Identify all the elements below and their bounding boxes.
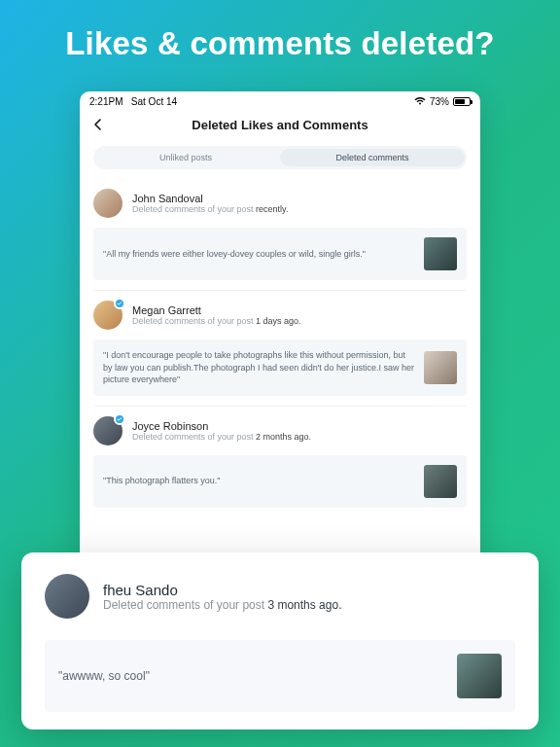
feature-subtitle: Deleted comments of your post 3 months a… — [103, 598, 341, 612]
wifi-icon — [414, 96, 426, 107]
comment-box: "I don't encourage people to take photog… — [93, 339, 467, 396]
list-item-header: Megan Garrett Deleted comments of your p… — [93, 301, 467, 330]
subtitle-time: 3 months ago. — [267, 598, 341, 612]
battery-percent: 73% — [430, 96, 449, 107]
avatar — [93, 416, 122, 445]
list-item-subtitle: Deleted comments of your post 2 months a… — [132, 432, 311, 442]
post-thumbnail[interactable] — [424, 351, 457, 384]
device-frame: 2:21PM Sat Oct 14 73% Deleted Likes and … — [80, 91, 480, 576]
comments-list: John Sandoval Deleted comments of your p… — [80, 179, 480, 517]
list-item-subtitle: Deleted comments of your post recently. — [132, 204, 288, 214]
avatar — [45, 574, 89, 619]
verified-badge-icon — [114, 298, 125, 309]
subtitle-time: 1 days ago. — [256, 316, 301, 326]
avatar — [93, 301, 122, 330]
page-title: Deleted Likes and Comments — [80, 118, 480, 132]
list-item-meta: John Sandoval Deleted comments of your p… — [132, 193, 288, 214]
comment-text: "All my friends were either lovey-dovey … — [103, 248, 414, 261]
tab-bar: Unliked posts Deleted comments — [93, 146, 467, 169]
battery-icon — [453, 97, 471, 106]
list-item-meta: Joyce Robinson Deleted comments of your … — [132, 420, 311, 442]
post-thumbnail[interactable] — [424, 465, 457, 498]
status-time: 2:21PM — [89, 96, 122, 107]
post-thumbnail[interactable] — [457, 654, 502, 698]
avatar — [93, 189, 122, 218]
feature-meta: fheu Sando Deleted comments of your post… — [103, 582, 341, 612]
status-date: Sat Oct 14 — [131, 96, 177, 107]
back-button[interactable] — [91, 116, 105, 136]
list-item-header: John Sandoval Deleted comments of your p… — [93, 189, 467, 218]
subtitle-prefix: Deleted comments of your post — [132, 316, 256, 326]
user-name: Joyce Robinson — [132, 420, 311, 432]
status-left: 2:21PM Sat Oct 14 — [89, 96, 177, 107]
comment-box: "awwww, so cool" — [45, 640, 515, 712]
user-name: Megan Garrett — [132, 304, 301, 316]
comment-box: "This photograph flatters you." — [93, 455, 467, 508]
verified-badge-icon — [114, 413, 125, 425]
list-item-meta: Megan Garrett Deleted comments of your p… — [132, 304, 301, 326]
subtitle-time: 2 months ago. — [256, 432, 311, 442]
nav-bar: Deleted Likes and Comments — [80, 110, 480, 142]
subtitle-time: recently. — [256, 204, 288, 214]
tab-deleted-comments[interactable]: Deleted comments — [280, 149, 465, 166]
list-item-subtitle: Deleted comments of your post 1 days ago… — [132, 316, 301, 326]
comment-box: "All my friends were either lovey-dovey … — [93, 228, 467, 280]
status-right: 73% — [414, 96, 471, 107]
subtitle-prefix: Deleted comments of your post — [132, 204, 256, 214]
feature-header: fheu Sando Deleted comments of your post… — [45, 574, 515, 619]
comment-text: "I don't encourage people to take photog… — [103, 349, 414, 386]
subtitle-prefix: Deleted comments of your post — [132, 432, 256, 442]
feature-card: fheu Sando Deleted comments of your post… — [21, 552, 539, 729]
hero-title: Likes & comments deleted? — [0, 0, 560, 78]
list-item: Megan Garrett Deleted comments of your p… — [93, 291, 467, 407]
list-item-header: Joyce Robinson Deleted comments of your … — [93, 416, 467, 445]
status-bar: 2:21PM Sat Oct 14 73% — [80, 91, 480, 110]
tab-unliked-posts[interactable]: Unliked posts — [93, 147, 278, 168]
user-name: John Sandoval — [132, 193, 288, 204]
list-item: Joyce Robinson Deleted comments of your … — [93, 407, 467, 517]
comment-text: "This photograph flatters you." — [103, 475, 414, 487]
comment-text: "awwww, so cool" — [58, 669, 150, 683]
list-item: John Sandoval Deleted comments of your p… — [93, 179, 467, 291]
user-name: fheu Sando — [103, 582, 341, 598]
post-thumbnail[interactable] — [424, 237, 457, 270]
subtitle-prefix: Deleted comments of your post — [103, 598, 267, 612]
